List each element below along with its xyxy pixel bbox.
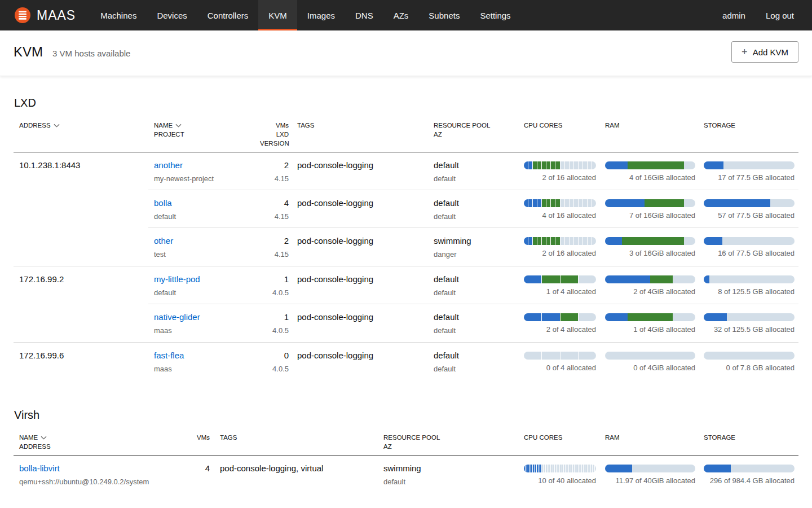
meter-segment bbox=[544, 465, 545, 472]
column-header-label[interactable]: NAME bbox=[19, 433, 47, 442]
meter-used-fill bbox=[704, 465, 731, 472]
vm-host-link[interactable]: native-glider bbox=[154, 312, 200, 322]
resource-pool: default bbox=[434, 350, 524, 361]
cpu-meter-bar bbox=[524, 465, 596, 472]
meter-segment bbox=[561, 313, 578, 321]
column-header-label: CPU CORES bbox=[524, 121, 605, 130]
column-header-tags: TAGS bbox=[289, 121, 434, 130]
host-address: qemu+ssh://ubuntu@10.249.0.2/system bbox=[19, 477, 171, 487]
meter-segment bbox=[592, 237, 596, 245]
meter-segment bbox=[567, 465, 568, 472]
column-header-resource-pool: RESOURCE POOLAZ bbox=[383, 433, 524, 451]
vm-hosts-available-count: 3 VM hosts available bbox=[52, 46, 130, 58]
main-content: LXD ADDRESSNAMEPROJECTVMsLXD VERSIONTAGS… bbox=[0, 97, 812, 493]
ram-allocation-label: 2 of 4GiB allocated bbox=[605, 287, 695, 297]
nav-item-log-out[interactable]: Log out bbox=[756, 0, 804, 30]
meter-segment bbox=[574, 237, 578, 245]
vm-host-link[interactable]: my-little-pod bbox=[154, 274, 200, 284]
lxd-version: 4.15 bbox=[260, 249, 289, 260]
host-project: my-newest-project bbox=[154, 174, 260, 184]
meter-segment bbox=[562, 465, 563, 472]
add-kvm-button[interactable]: + Add KVM bbox=[731, 41, 798, 63]
meter-segment bbox=[542, 275, 559, 283]
storage-meter-bar bbox=[704, 199, 795, 207]
storage-meter: 16 of 77.5 GB allocated bbox=[704, 237, 795, 259]
nav-item-controllers[interactable]: Controllers bbox=[197, 0, 259, 30]
meter-segment bbox=[551, 199, 555, 207]
nav-item-admin[interactable]: admin bbox=[712, 0, 756, 30]
meter-segment bbox=[533, 161, 537, 169]
storage-allocation-label: 296 of 984.4 GB allocated bbox=[704, 476, 795, 486]
nav-item-machines[interactable]: Machines bbox=[90, 0, 147, 30]
column-header-label: TAGS bbox=[297, 121, 434, 130]
vm-host-name: bolla-libvirt bbox=[19, 463, 171, 474]
nav-item-dns[interactable]: DNS bbox=[345, 0, 383, 30]
cpu-meter-bar bbox=[524, 161, 596, 169]
add-kvm-button-label: Add KVM bbox=[753, 47, 788, 57]
ram-allocation-label: 4 of 16GiB allocated bbox=[605, 173, 695, 183]
lxd-version: 4.15 bbox=[260, 174, 289, 184]
maas-logo[interactable]: MAAS bbox=[0, 0, 90, 30]
nav-item-images[interactable]: Images bbox=[297, 0, 345, 30]
resource-pool: default bbox=[434, 312, 524, 323]
lxd-table: ADDRESSNAMEPROJECTVMsLXD VERSIONTAGSRESO… bbox=[14, 121, 798, 380]
storage-meter: 296 of 984.4 GB allocated bbox=[704, 465, 795, 486]
nav-item-kvm[interactable]: KVM bbox=[258, 0, 297, 30]
meter-segment bbox=[579, 313, 596, 321]
cpu-allocation-label: 2 of 4 allocated bbox=[524, 325, 596, 335]
meter-used-fill bbox=[605, 465, 632, 472]
vm-host-link[interactable]: other bbox=[154, 236, 173, 246]
meter-segment bbox=[575, 465, 576, 472]
column-header-label[interactable]: NAME bbox=[154, 121, 182, 130]
meter-segment bbox=[537, 161, 541, 169]
ram-meter-bar bbox=[605, 275, 695, 283]
meter-segment bbox=[540, 465, 541, 472]
availability-zone: default bbox=[434, 288, 524, 298]
meter-segment bbox=[582, 465, 583, 472]
host-tags: pod-console-logging bbox=[297, 274, 434, 285]
cpu-meter: 10 of 40 allocated bbox=[524, 465, 596, 486]
ram-allocation-label: 11.97 of 40GiB allocated bbox=[605, 476, 695, 486]
nav-item-subnets[interactable]: Subnets bbox=[418, 0, 470, 30]
meter-segment bbox=[571, 465, 572, 472]
column-header-ram: RAM bbox=[605, 433, 704, 442]
meter-segment bbox=[542, 313, 559, 321]
column-header-label[interactable]: ADDRESS bbox=[19, 121, 60, 130]
column-header-label-2: ADDRESS bbox=[19, 442, 171, 451]
lxd-table-body: 10.1.238.1:8443anothermy-newest-project2… bbox=[14, 152, 798, 380]
resource-pool: default bbox=[434, 198, 524, 209]
vm-host-link[interactable]: bolla bbox=[154, 198, 172, 208]
meter-segment bbox=[570, 161, 573, 169]
nav-item-settings[interactable]: Settings bbox=[470, 0, 520, 30]
availability-zone: default bbox=[434, 212, 524, 222]
column-header-label: STORAGE bbox=[704, 433, 798, 442]
vm-count: 2 bbox=[260, 160, 289, 171]
nav-item-azs[interactable]: AZs bbox=[383, 0, 419, 30]
table-row: 10.1.238.1:8443anothermy-newest-project2… bbox=[14, 152, 798, 190]
vm-host-name: fast-flea bbox=[154, 350, 260, 361]
table-row: native-glidermaas14.0.5pod-console-loggi… bbox=[14, 304, 798, 342]
column-header-label: VMs bbox=[260, 121, 289, 130]
meter-used-fill bbox=[605, 237, 622, 245]
meter-segment bbox=[566, 465, 567, 472]
availability-zone: danger bbox=[434, 249, 524, 260]
nav-right-items: adminLog out bbox=[712, 0, 812, 30]
meter-segment bbox=[565, 237, 569, 245]
vm-host-link[interactable]: bolla-libvirt bbox=[19, 463, 60, 473]
meter-segment bbox=[537, 237, 541, 245]
nav-item-devices[interactable]: Devices bbox=[147, 0, 197, 30]
meter-segment bbox=[588, 161, 592, 169]
column-header-storage: STORAGE bbox=[704, 121, 798, 130]
vm-host-link[interactable]: fast-flea bbox=[154, 351, 184, 360]
meter-segment bbox=[579, 237, 582, 245]
availability-zone: default bbox=[434, 364, 524, 374]
ram-meter: 2 of 4GiB allocated bbox=[605, 275, 695, 297]
ram-meter: 3 of 16GiB allocated bbox=[605, 237, 695, 259]
host-tags: pod-console-logging bbox=[297, 350, 434, 361]
cpu-meter-bar bbox=[524, 199, 596, 207]
vm-host-link[interactable]: another bbox=[154, 160, 183, 170]
virsh-header-row: NAMEADDRESSVMsTAGSRESOURCE POOLAZCPU COR… bbox=[14, 433, 798, 456]
storage-meter: 32 of 125.5 GB allocated bbox=[704, 313, 795, 335]
ram-meter-bar bbox=[605, 199, 695, 207]
meter-segment bbox=[553, 465, 554, 472]
